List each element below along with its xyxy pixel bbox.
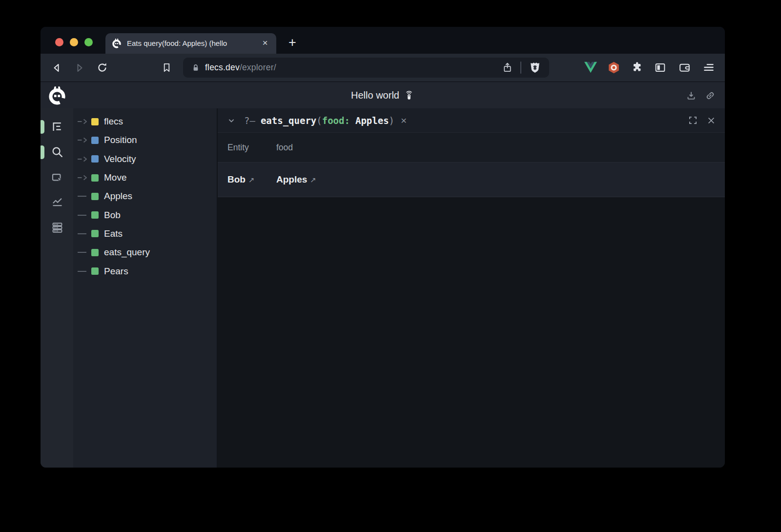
zoom-window-button[interactable] bbox=[84, 38, 93, 46]
table-row: Bob↗Apples↗ bbox=[218, 162, 725, 197]
tree-item-eats_query[interactable]: eats_query bbox=[73, 243, 217, 262]
entity-link[interactable]: Bob bbox=[227, 174, 246, 184]
goto-entity-arrow-icon[interactable]: ↗ bbox=[310, 176, 316, 184]
tree-item-Move[interactable]: Move bbox=[73, 168, 217, 187]
download-icon[interactable] bbox=[685, 90, 697, 102]
entity-link[interactable]: Apples bbox=[276, 174, 307, 184]
close-panel-icon[interactable] bbox=[706, 116, 716, 125]
flecs-favicon-icon bbox=[111, 38, 122, 49]
sidebar-toggle-icon bbox=[654, 61, 666, 74]
sidebar-search-button[interactable] bbox=[50, 145, 64, 159]
entity-kind-swatch bbox=[91, 249, 99, 256]
goto-entity-arrow-icon[interactable]: ↗ bbox=[248, 176, 255, 184]
puzzle-icon bbox=[631, 61, 643, 74]
hexagon-extension-icon bbox=[607, 61, 620, 74]
leaf-dash-icon bbox=[77, 266, 90, 276]
sidebar-toggle-button[interactable] bbox=[653, 60, 667, 75]
query-collapse-button[interactable] bbox=[226, 116, 236, 125]
tree-item-flecs[interactable]: flecs bbox=[73, 112, 217, 131]
forward-button[interactable] bbox=[72, 61, 86, 75]
browser-toolbar: flecs.dev/explorer/ bbox=[41, 54, 725, 82]
screenshot-canvas: Eats query(food: Apples) (hello × + bbox=[0, 0, 781, 532]
tree-item-label: Position bbox=[104, 135, 137, 145]
expand-chevron-icon bbox=[77, 173, 90, 183]
expand-chevron-icon bbox=[77, 154, 90, 164]
query-header: ?– eats_query ( food: Apples ) × bbox=[218, 108, 725, 133]
share-link-icon[interactable] bbox=[704, 90, 716, 102]
browser-tab[interactable]: Eats query(food: Apples) (hello × bbox=[105, 33, 276, 54]
query-panel-active-indicator bbox=[41, 145, 44, 159]
tab-close-icon[interactable]: × bbox=[260, 38, 270, 49]
entity-kind-swatch bbox=[91, 211, 99, 219]
table-cell[interactable]: Apples↗ bbox=[276, 174, 325, 185]
sidebar-stats-button[interactable] bbox=[50, 195, 64, 208]
bookmark-icon bbox=[161, 62, 172, 73]
tree-item-label: Apples bbox=[104, 191, 132, 202]
hamburger-menu-icon bbox=[702, 61, 715, 74]
browser-menu-button[interactable] bbox=[701, 60, 716, 75]
vue-devtools-extension-button[interactable] bbox=[583, 60, 598, 75]
sidebar-tree-button[interactable] bbox=[50, 120, 64, 133]
leaf-dash-icon bbox=[77, 210, 90, 220]
new-tab-button[interactable]: + bbox=[285, 36, 300, 50]
tree-item-Pears[interactable]: Pears bbox=[73, 262, 217, 280]
brave-shields-button[interactable] bbox=[529, 61, 541, 74]
leaf-dash-icon bbox=[77, 191, 90, 201]
tree-item-label: Bob bbox=[104, 210, 121, 221]
icon-sidebar bbox=[41, 108, 73, 468]
app-title: Hello world bbox=[351, 90, 399, 101]
tree-item-Velocity[interactable]: Velocity bbox=[73, 150, 217, 168]
chevron-down-icon bbox=[226, 116, 236, 125]
tree-item-label: Velocity bbox=[104, 154, 136, 164]
close-window-button[interactable] bbox=[55, 38, 63, 46]
query-close-paren: ) bbox=[389, 115, 394, 126]
extensions-button[interactable] bbox=[630, 60, 644, 75]
bookmark-button[interactable] bbox=[160, 61, 174, 75]
remote-connection-icon[interactable] bbox=[404, 90, 414, 102]
entity-kind-swatch bbox=[91, 230, 99, 237]
tree-view-icon bbox=[51, 120, 64, 133]
row-stack-icon bbox=[51, 221, 64, 234]
sidebar-inspector-button[interactable] bbox=[50, 171, 64, 184]
query-arg-value: Apples bbox=[350, 115, 389, 126]
expand-chevron-icon bbox=[77, 135, 90, 145]
tree-item-label: Move bbox=[104, 172, 126, 183]
reload-button[interactable] bbox=[95, 61, 109, 75]
query-open-paren: ( bbox=[316, 115, 322, 126]
back-button[interactable] bbox=[49, 61, 63, 75]
wallet-button[interactable] bbox=[677, 60, 692, 75]
url-path: /explorer/ bbox=[240, 62, 276, 72]
fullscreen-icon[interactable] bbox=[688, 115, 698, 125]
tree-item-label: eats_query bbox=[104, 247, 150, 258]
tree-item-Eats[interactable]: Eats bbox=[73, 225, 217, 243]
leaf-dash-icon bbox=[77, 229, 90, 239]
query-name: eats_query bbox=[261, 115, 316, 126]
wallet-icon bbox=[678, 61, 691, 74]
tree-item-Apples[interactable]: Apples bbox=[73, 187, 217, 205]
query-clear-icon[interactable]: × bbox=[401, 115, 407, 126]
minimize-window-button[interactable] bbox=[70, 38, 78, 46]
url-domain: flecs.dev bbox=[205, 62, 240, 72]
table-cell[interactable]: Bob↗ bbox=[227, 174, 276, 185]
tree-item-Bob[interactable]: Bob bbox=[73, 205, 217, 224]
tab-title: Eats query(food: Apples) (hello bbox=[127, 39, 227, 47]
search-icon bbox=[51, 145, 64, 159]
entity-kind-swatch bbox=[91, 118, 99, 125]
tree-item-label: Pears bbox=[104, 266, 128, 277]
tree-item-label: Eats bbox=[104, 228, 123, 239]
tab-title-wrap: Eats query(food: Apples) (hello bbox=[127, 39, 256, 48]
entity-kind-swatch bbox=[91, 193, 99, 200]
brave-lion-icon bbox=[529, 61, 541, 74]
share-button[interactable] bbox=[502, 62, 513, 73]
tree-item-label: flecs bbox=[104, 116, 123, 127]
expand-chevron-icon bbox=[77, 117, 90, 126]
result-table-body: Bob↗Apples↗ bbox=[218, 162, 725, 197]
reload-icon bbox=[96, 61, 108, 74]
sidebar-tables-button[interactable] bbox=[50, 221, 64, 234]
url-bar[interactable]: flecs.dev/explorer/ bbox=[183, 58, 549, 78]
column-header-food: food bbox=[276, 143, 325, 153]
query-arg-name: food: bbox=[322, 115, 350, 126]
tree-item-Position[interactable]: Position bbox=[73, 131, 217, 149]
entity-kind-swatch bbox=[91, 174, 99, 182]
hexagon-extension-button[interactable] bbox=[606, 60, 621, 75]
